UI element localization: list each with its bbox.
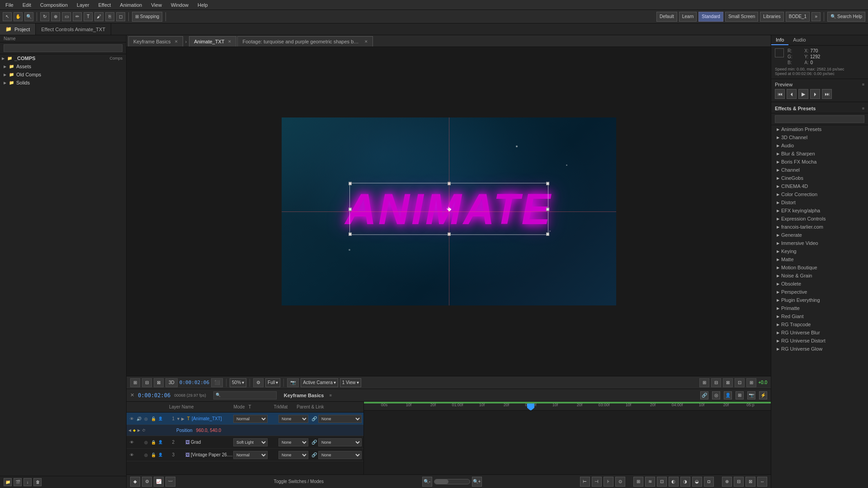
zoom-dropdown[interactable]: 50% ▾ — [230, 378, 246, 387]
layer-1-audio[interactable]: 🔊 — [136, 416, 142, 422]
effect-cat-generate[interactable]: ▶Generate — [771, 231, 868, 239]
menu-animation[interactable]: Animation — [118, 1, 144, 9]
effect-cat-color[interactable]: ▶Color Correction — [771, 190, 868, 198]
workspace-libraries[interactable]: Libraries — [760, 12, 783, 22]
effect-cat-cinegobs[interactable]: ▶CineGobs — [771, 174, 868, 182]
workspace-default[interactable]: Default — [656, 12, 677, 22]
tl-distribute[interactable]: ⊦ — [604, 477, 613, 487]
layer-1-expand2[interactable]: ▶ — [181, 417, 184, 421]
sublayer-keyframe-icon[interactable]: ◆ — [133, 428, 136, 432]
viewer-options-btn[interactable]: ⚙ — [253, 378, 264, 387]
clone-tool[interactable]: ⎘ — [105, 12, 114, 21]
layer-1-trkmat-select[interactable]: None — [278, 415, 308, 423]
tab-info[interactable]: Info — [771, 35, 788, 45]
menu-composition[interactable]: Composition — [38, 1, 70, 9]
layer-2-name[interactable]: Grad — [191, 440, 233, 445]
tab-audio[interactable]: Audio — [788, 35, 810, 45]
layer-1-lock[interactable]: 🔓 — [150, 416, 156, 422]
effect-cat-primatte[interactable]: ▶Primatte — [771, 304, 868, 312]
comp-tab-keyframe-basics[interactable]: Keyframe Basics ✕ — [128, 36, 183, 47]
playhead-marker[interactable] — [527, 404, 534, 411]
effect-cat-rg-universe-blur[interactable]: ▶RG Universe Blur — [771, 328, 868, 337]
effect-cat-distort[interactable]: ▶Distort — [771, 198, 868, 206]
layer-3-solo[interactable]: ◎ — [143, 452, 149, 458]
render-btn[interactable]: ⬛ — [211, 378, 223, 387]
effect-cat-keying[interactable]: ▶Keying — [771, 247, 868, 255]
search-timecode[interactable]: 🔍 — [213, 391, 277, 399]
layer-3-mode[interactable]: Normal — [233, 451, 269, 459]
tl-btn-frame[interactable]: 📷 — [747, 391, 755, 399]
layer-1-mode-select[interactable]: Normal — [233, 415, 268, 423]
menu-window[interactable]: Window — [169, 1, 190, 9]
effect-cat-noise[interactable]: ▶Noise & Grain — [771, 272, 868, 280]
preview-options-icon[interactable]: ≡ — [862, 82, 864, 87]
snap-btn[interactable]: ⊠ — [154, 378, 164, 387]
tl-zoom-slider[interactable] — [434, 479, 470, 484]
project-search-input[interactable] — [4, 44, 123, 52]
tl-btn-collapse[interactable]: ⊞ — [736, 391, 744, 399]
effects-options-icon[interactable]: ≡ — [862, 106, 864, 111]
tl-ease-out[interactable]: ◒ — [692, 477, 702, 487]
layer-1-trkmat[interactable]: None — [278, 415, 310, 423]
menu-effect[interactable]: Effect — [96, 1, 113, 9]
workspace-learn[interactable]: Learn — [679, 12, 697, 22]
snapping-btn[interactable]: ⊞ Snapping — [132, 12, 162, 22]
tl-graph-type2[interactable]: ≋ — [645, 477, 655, 487]
effects-search-input[interactable] — [775, 115, 864, 123]
tl-btn-shy[interactable]: 👤 — [724, 391, 732, 399]
sublayer-position[interactable]: ◀ ◆ ▶ ⏱ Position 960.0, 540.0 — [127, 425, 363, 436]
project-item-solids[interactable]: ▶ 📁 Solids — [0, 79, 126, 87]
layer-row-2[interactable]: 👁 🔊 ◎ 🔒 👤 2 ▶ ▶ 🖼 Grad — [127, 436, 363, 449]
layer-row-3[interactable]: 👁 🔊 ◎ 🔓 👤 3 ▶ ▶ 🖼 [Vintage Paper 26.jpg] — [127, 449, 363, 461]
menu-view[interactable]: View — [149, 1, 164, 9]
tl-btn-draft[interactable]: ⚡ — [759, 391, 767, 399]
camera-icon[interactable]: 📷 — [287, 378, 299, 387]
zoom-tool[interactable]: 🔍 — [24, 12, 33, 21]
tl-roving[interactable]: ⊙ — [615, 477, 625, 487]
layer-2-trkmat[interactable]: None — [278, 438, 310, 446]
pen-tool[interactable]: ✏ — [73, 12, 82, 21]
layer-3-eye[interactable]: 👁 — [128, 452, 135, 458]
effect-cat-immersive[interactable]: ▶Immersive Video — [771, 239, 868, 247]
effect-cat-animation-presets[interactable]: ▶Animation Presets — [771, 125, 868, 133]
layer-2-eye[interactable]: 👁 — [128, 439, 135, 446]
effect-cat-plugin-everything[interactable]: ▶Plugin Everything — [771, 296, 868, 304]
layer-3-mode-select[interactable]: Normal — [233, 451, 268, 459]
eraser-tool[interactable]: ◻ — [116, 12, 125, 21]
tl-graph-type1[interactable]: ⊞ — [633, 477, 643, 487]
project-item-old-comps[interactable]: ▶ 📁 Old Comps — [0, 70, 126, 79]
layer-3-name[interactable]: [Vintage Paper 26.jpg] — [191, 452, 233, 457]
effect-cat-matte[interactable]: ▶Matte — [771, 255, 868, 263]
tl-ease-both[interactable]: ◐ — [669, 477, 679, 487]
effect-cat-3d-channel[interactable]: ▶3D Channel — [771, 133, 868, 141]
effect-cat-blur[interactable]: ▶Blur & Sharpen — [771, 150, 868, 158]
tl-zoom-out[interactable]: 🔍- — [422, 477, 432, 487]
anchor-tool[interactable]: ⊕ — [51, 12, 60, 21]
new-folder-btn[interactable]: 📁 — [4, 478, 12, 486]
fit-to-frame-btn[interactable]: ⊞ — [130, 378, 140, 387]
tl-add-keyframe[interactable]: ◆ — [130, 477, 140, 487]
effect-cat-perspective[interactable]: ▶Perspective — [771, 288, 868, 296]
layer-2-trkmat-select[interactable]: None — [278, 438, 308, 446]
3d-mode-btn[interactable]: 3D — [165, 378, 178, 387]
grid-btn[interactable]: ⊟ — [142, 378, 152, 387]
workspace-more[interactable]: » — [811, 12, 821, 21]
layer-2-mode[interactable]: Soft Light — [233, 438, 269, 446]
effect-cat-motion-boutique[interactable]: ▶Motion Boutique — [771, 263, 868, 272]
layer-3-trkmat[interactable]: None — [278, 451, 310, 459]
camera-dropdown[interactable]: Active Camera ▾ — [301, 378, 338, 387]
sublayer-stopwatch[interactable]: ⏱ — [142, 428, 146, 432]
sublayer-position-value[interactable]: 960.0, 540.0 — [196, 428, 222, 433]
effect-cat-rg-universe-distort[interactable]: ▶RG Universe Distort — [771, 337, 868, 345]
viewer-layout5[interactable]: ⊞ — [746, 378, 756, 387]
layer-2-parent[interactable]: None — [318, 438, 363, 446]
tab-project[interactable]: 📁 Project — [0, 23, 36, 35]
effect-cat-rg-trapcode[interactable]: ▶RG Trapcode — [771, 320, 868, 328]
workspace-small-screen[interactable]: Small Screen — [725, 12, 758, 22]
effect-cat-boris[interactable]: ▶Boris FX Mocha — [771, 158, 868, 166]
layer-1-name[interactable]: [Animate_TXT] — [192, 416, 233, 421]
new-composition-btn[interactable]: 🎬 — [14, 478, 22, 486]
effect-cat-efx[interactable]: ▶EFX keying/alpha — [771, 206, 868, 215]
brush-tool[interactable]: 🖌 — [94, 12, 104, 21]
tl-normalize[interactable]: ⊠ — [745, 477, 755, 487]
